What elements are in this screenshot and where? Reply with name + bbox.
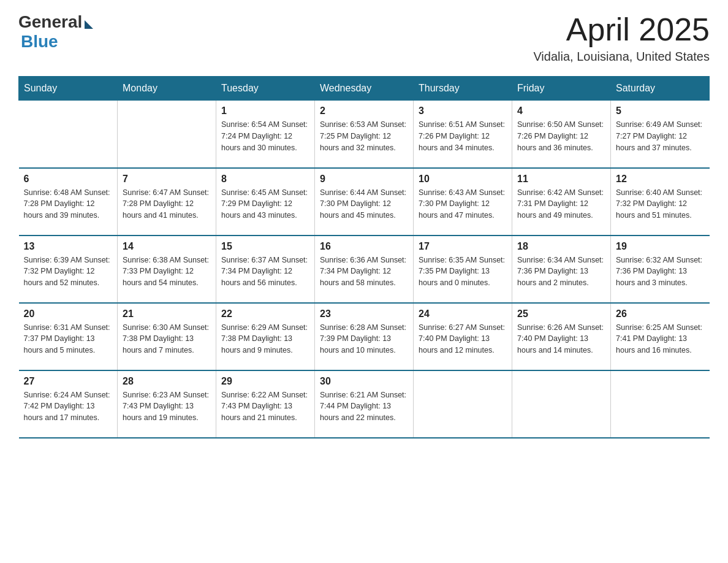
day-number: 24: [419, 308, 507, 320]
calendar-cell: 6Sunrise: 6:48 AM Sunset: 7:28 PM Daylig…: [19, 168, 118, 236]
day-info: Sunrise: 6:23 AM Sunset: 7:43 PM Dayligh…: [123, 389, 211, 424]
day-number: 28: [123, 376, 211, 387]
day-number: 8: [221, 174, 309, 185]
calendar-header: Sunday Monday Tuesday Wednesday Thursday…: [19, 77, 710, 101]
location-title: Vidalia, Louisiana, United States: [533, 50, 710, 64]
calendar-cell: 10Sunrise: 6:43 AM Sunset: 7:30 PM Dayli…: [414, 168, 512, 236]
calendar-cell: 26Sunrise: 6:25 AM Sunset: 7:41 PM Dayli…: [611, 303, 710, 370]
calendar-cell: 2Sunrise: 6:53 AM Sunset: 7:25 PM Daylig…: [315, 101, 414, 168]
calendar-cell: [512, 370, 611, 438]
title-section: April 2025 Vidalia, Louisiana, United St…: [533, 12, 710, 64]
day-info: Sunrise: 6:36 AM Sunset: 7:34 PM Dayligh…: [320, 255, 408, 289]
day-number: 19: [616, 241, 705, 252]
header-tuesday: Tuesday: [216, 77, 315, 101]
calendar-cell: 27Sunrise: 6:24 AM Sunset: 7:42 PM Dayli…: [19, 370, 118, 438]
days-header-row: Sunday Monday Tuesday Wednesday Thursday…: [19, 77, 710, 101]
header-thursday: Thursday: [414, 77, 512, 101]
day-number: 5: [616, 105, 705, 117]
day-info: Sunrise: 6:25 AM Sunset: 7:41 PM Dayligh…: [616, 322, 705, 356]
page-header: General Blue April 2025 Vidalia, Louisia…: [18, 12, 710, 64]
day-number: 11: [517, 174, 605, 185]
day-number: 21: [123, 308, 211, 320]
day-number: 15: [221, 241, 309, 252]
calendar-cell: 13Sunrise: 6:39 AM Sunset: 7:32 PM Dayli…: [19, 236, 118, 303]
calendar-week-row: 20Sunrise: 6:31 AM Sunset: 7:37 PM Dayli…: [19, 303, 710, 370]
calendar-cell: 3Sunrise: 6:51 AM Sunset: 7:26 PM Daylig…: [414, 101, 512, 168]
day-info: Sunrise: 6:35 AM Sunset: 7:35 PM Dayligh…: [419, 255, 507, 289]
calendar-week-row: 6Sunrise: 6:48 AM Sunset: 7:28 PM Daylig…: [19, 168, 710, 236]
day-info: Sunrise: 6:49 AM Sunset: 7:27 PM Dayligh…: [616, 119, 705, 153]
header-friday: Friday: [512, 77, 611, 101]
day-info: Sunrise: 6:39 AM Sunset: 7:32 PM Dayligh…: [24, 255, 113, 289]
day-info: Sunrise: 6:45 AM Sunset: 7:29 PM Dayligh…: [221, 187, 309, 221]
calendar-cell: 30Sunrise: 6:21 AM Sunset: 7:44 PM Dayli…: [315, 370, 414, 438]
calendar-cell: [414, 370, 512, 438]
day-number: 14: [123, 241, 211, 252]
calendar-cell: 24Sunrise: 6:27 AM Sunset: 7:40 PM Dayli…: [414, 303, 512, 370]
calendar-cell: 11Sunrise: 6:42 AM Sunset: 7:31 PM Dayli…: [512, 168, 611, 236]
calendar-cell: 1Sunrise: 6:54 AM Sunset: 7:24 PM Daylig…: [216, 101, 315, 168]
day-info: Sunrise: 6:24 AM Sunset: 7:42 PM Dayligh…: [24, 389, 113, 424]
day-info: Sunrise: 6:44 AM Sunset: 7:30 PM Dayligh…: [320, 187, 408, 221]
calendar-cell: [118, 101, 216, 168]
day-info: Sunrise: 6:47 AM Sunset: 7:28 PM Dayligh…: [123, 187, 211, 221]
calendar-cell: 18Sunrise: 6:34 AM Sunset: 7:36 PM Dayli…: [512, 236, 611, 303]
day-number: 13: [24, 241, 113, 252]
calendar-cell: 4Sunrise: 6:50 AM Sunset: 7:26 PM Daylig…: [512, 101, 611, 168]
calendar-cell: 12Sunrise: 6:40 AM Sunset: 7:32 PM Dayli…: [611, 168, 710, 236]
calendar-cell: 14Sunrise: 6:38 AM Sunset: 7:33 PM Dayli…: [118, 236, 216, 303]
day-number: 23: [320, 308, 408, 320]
calendar-cell: [19, 101, 118, 168]
day-info: Sunrise: 6:40 AM Sunset: 7:32 PM Dayligh…: [616, 187, 705, 221]
day-number: 2: [320, 105, 408, 117]
calendar-cell: 7Sunrise: 6:47 AM Sunset: 7:28 PM Daylig…: [118, 168, 216, 236]
logo: General Blue: [18, 12, 93, 52]
header-saturday: Saturday: [611, 77, 710, 101]
calendar-cell: 19Sunrise: 6:32 AM Sunset: 7:36 PM Dayli…: [611, 236, 710, 303]
day-info: Sunrise: 6:28 AM Sunset: 7:39 PM Dayligh…: [320, 322, 408, 356]
day-info: Sunrise: 6:34 AM Sunset: 7:36 PM Dayligh…: [517, 255, 605, 289]
calendar-cell: 21Sunrise: 6:30 AM Sunset: 7:38 PM Dayli…: [118, 303, 216, 370]
day-info: Sunrise: 6:48 AM Sunset: 7:28 PM Dayligh…: [24, 187, 113, 221]
day-number: 27: [24, 376, 113, 387]
day-info: Sunrise: 6:26 AM Sunset: 7:40 PM Dayligh…: [517, 322, 605, 356]
day-info: Sunrise: 6:32 AM Sunset: 7:36 PM Dayligh…: [616, 255, 705, 289]
day-number: 16: [320, 241, 408, 252]
day-number: 25: [517, 308, 605, 320]
day-number: 17: [419, 241, 507, 252]
calendar-cell: 23Sunrise: 6:28 AM Sunset: 7:39 PM Dayli…: [315, 303, 414, 370]
calendar-cell: 8Sunrise: 6:45 AM Sunset: 7:29 PM Daylig…: [216, 168, 315, 236]
day-info: Sunrise: 6:22 AM Sunset: 7:43 PM Dayligh…: [221, 389, 309, 424]
day-info: Sunrise: 6:53 AM Sunset: 7:25 PM Dayligh…: [320, 119, 408, 153]
calendar-body: 1Sunrise: 6:54 AM Sunset: 7:24 PM Daylig…: [19, 101, 710, 438]
logo-general-text: General: [18, 12, 82, 32]
calendar-cell: 17Sunrise: 6:35 AM Sunset: 7:35 PM Dayli…: [414, 236, 512, 303]
logo-arrow-icon: [85, 20, 93, 29]
day-number: 9: [320, 174, 408, 185]
day-info: Sunrise: 6:31 AM Sunset: 7:37 PM Dayligh…: [24, 322, 113, 356]
header-monday: Monday: [118, 77, 216, 101]
day-info: Sunrise: 6:43 AM Sunset: 7:30 PM Dayligh…: [419, 187, 507, 221]
day-info: Sunrise: 6:37 AM Sunset: 7:34 PM Dayligh…: [221, 255, 309, 289]
day-number: 26: [616, 308, 705, 320]
day-number: 6: [24, 174, 113, 185]
header-sunday: Sunday: [19, 77, 118, 101]
day-info: Sunrise: 6:21 AM Sunset: 7:44 PM Dayligh…: [320, 389, 408, 424]
calendar-cell: 28Sunrise: 6:23 AM Sunset: 7:43 PM Dayli…: [118, 370, 216, 438]
calendar-cell: 22Sunrise: 6:29 AM Sunset: 7:38 PM Dayli…: [216, 303, 315, 370]
calendar-cell: [611, 370, 710, 438]
calendar-week-row: 1Sunrise: 6:54 AM Sunset: 7:24 PM Daylig…: [19, 101, 710, 168]
day-number: 18: [517, 241, 605, 252]
day-number: 3: [419, 105, 507, 117]
day-info: Sunrise: 6:54 AM Sunset: 7:24 PM Dayligh…: [221, 119, 309, 153]
day-number: 1: [221, 105, 309, 117]
calendar-cell: 15Sunrise: 6:37 AM Sunset: 7:34 PM Dayli…: [216, 236, 315, 303]
calendar-week-row: 27Sunrise: 6:24 AM Sunset: 7:42 PM Dayli…: [19, 370, 710, 438]
header-wednesday: Wednesday: [315, 77, 414, 101]
day-info: Sunrise: 6:27 AM Sunset: 7:40 PM Dayligh…: [419, 322, 507, 356]
calendar-week-row: 13Sunrise: 6:39 AM Sunset: 7:32 PM Dayli…: [19, 236, 710, 303]
day-number: 22: [221, 308, 309, 320]
day-info: Sunrise: 6:42 AM Sunset: 7:31 PM Dayligh…: [517, 187, 605, 221]
day-number: 29: [221, 376, 309, 387]
day-number: 10: [419, 174, 507, 185]
